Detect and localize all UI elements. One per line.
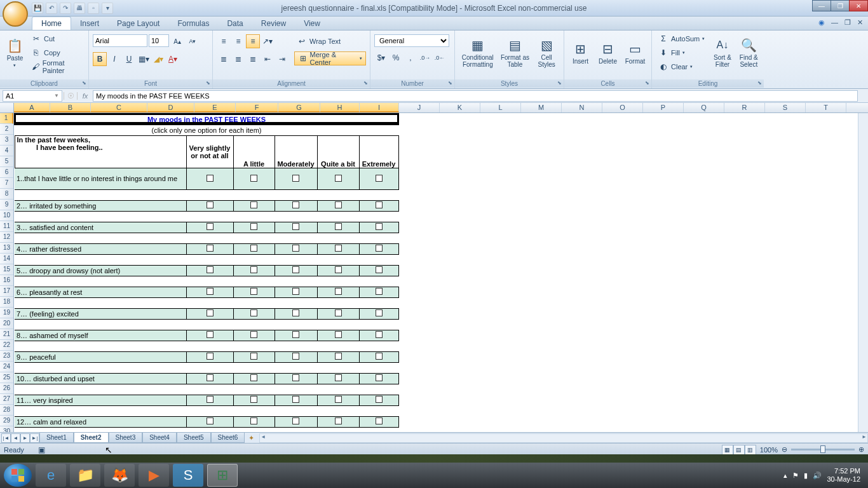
row-header[interactable]: 8 <box>0 189 13 200</box>
row-header[interactable]: 5 <box>0 156 13 167</box>
save-icon[interactable]: 💾 <box>32 3 43 14</box>
decrease-indent-button[interactable]: ⇤ <box>261 52 275 66</box>
row-header[interactable]: 14 <box>0 254 13 264</box>
fx-icon[interactable]: fx <box>78 92 93 100</box>
row-header[interactable]: 15 <box>0 264 13 275</box>
checkbox[interactable] <box>335 396 342 403</box>
number-format-combo[interactable]: General <box>374 34 449 47</box>
delete-cells-button[interactable]: ⊟Delete <box>595 32 620 74</box>
qat-dropdown-icon[interactable]: ▾ <box>102 3 113 14</box>
checkbox[interactable] <box>250 374 257 381</box>
checkbox[interactable] <box>250 223 257 230</box>
column-header[interactable]: J <box>399 103 440 112</box>
taskbar-ie-icon[interactable]: e <box>36 464 66 487</box>
tab-home[interactable]: Home <box>32 17 71 30</box>
checkbox[interactable] <box>207 396 214 403</box>
align-left-button[interactable]: ≣ <box>217 52 231 66</box>
row-header[interactable]: 17 <box>0 286 13 297</box>
find-select-button[interactable]: 🔍Find & Select <box>738 32 760 74</box>
column-header[interactable]: T <box>806 103 846 112</box>
checkbox[interactable] <box>335 288 342 295</box>
row-header[interactable]: 16 <box>0 275 13 286</box>
checkbox[interactable] <box>207 417 214 424</box>
column-header[interactable]: M <box>521 103 562 112</box>
checkbox[interactable] <box>250 245 257 252</box>
checkbox[interactable] <box>335 374 342 381</box>
row-header[interactable]: 22 <box>0 340 13 351</box>
row-header[interactable]: 6 <box>0 167 13 178</box>
checkbox[interactable] <box>250 309 257 316</box>
row-header[interactable]: 25 <box>0 372 13 383</box>
checkbox[interactable] <box>250 417 257 424</box>
checkbox[interactable] <box>335 175 342 182</box>
sort-filter-button[interactable]: A↓Sort & Filter <box>711 32 733 74</box>
checkbox[interactable] <box>292 396 299 403</box>
checkbox[interactable] <box>376 309 383 316</box>
macro-record-icon[interactable]: ▣ <box>37 445 47 455</box>
checkbox[interactable] <box>292 175 299 182</box>
insert-cells-button[interactable]: ⊞Insert <box>568 32 593 74</box>
row-header[interactable]: 2 <box>0 124 13 135</box>
column-header[interactable]: E <box>194 103 236 112</box>
checkbox[interactable] <box>250 396 257 403</box>
checkbox[interactable] <box>376 175 383 182</box>
checkbox[interactable] <box>335 331 342 338</box>
zoom-out-button[interactable]: ⊖ <box>782 445 787 454</box>
checkbox[interactable] <box>207 309 214 316</box>
cell-styles-button[interactable]: ▧Cell Styles <box>533 32 560 74</box>
underline-button[interactable]: U <box>122 52 136 66</box>
first-sheet-button[interactable]: |◄ <box>1 433 11 443</box>
row-header[interactable]: 28 <box>0 405 13 416</box>
sheet-tab[interactable]: Sheet5 <box>177 433 211 443</box>
column-header[interactable]: D <box>147 103 194 112</box>
zoom-in-button[interactable]: ⊕ <box>858 445 864 454</box>
row-header[interactable]: 21 <box>0 329 13 340</box>
font-color-button[interactable]: A▾ <box>166 52 180 66</box>
next-sheet-button[interactable]: ► <box>20 433 30 443</box>
checkbox[interactable] <box>292 245 299 252</box>
align-center-button[interactable]: ≣ <box>231 52 245 66</box>
vertical-scrollbar[interactable] <box>858 113 868 432</box>
taskbar-media-icon[interactable]: ▶ <box>139 464 169 487</box>
wrap-text-button[interactable]: ↩Wrap Text <box>294 34 366 48</box>
checkbox[interactable] <box>292 223 299 230</box>
row-header[interactable]: 3 <box>0 135 13 146</box>
undo-icon[interactable]: ↶ <box>46 3 57 14</box>
row-header[interactable]: 1 <box>0 113 13 124</box>
row-header[interactable]: 11 <box>0 221 13 232</box>
checkbox[interactable] <box>376 201 383 208</box>
checkbox[interactable] <box>335 245 342 252</box>
checkbox[interactable] <box>376 288 383 295</box>
percent-button[interactable]: % <box>389 51 403 65</box>
row-header[interactable]: 19 <box>0 308 13 318</box>
prev-sheet-button[interactable]: ◄ <box>11 433 20 443</box>
row-header[interactable]: 13 <box>0 243 13 254</box>
taskbar-firefox-icon[interactable]: 🦊 <box>104 464 135 487</box>
restore-window-icon[interactable]: ❐ <box>844 18 851 27</box>
checkbox[interactable] <box>250 175 257 182</box>
format-painter-button[interactable]: 🖌Format Painter <box>29 60 85 73</box>
row-header[interactable]: 4 <box>0 146 13 156</box>
insert-sheet-icon[interactable]: ✦ <box>248 434 254 442</box>
column-header[interactable]: H <box>320 103 360 112</box>
checkbox[interactable] <box>250 201 257 208</box>
redo-icon[interactable]: ↷ <box>60 3 71 14</box>
column-header[interactable]: A <box>14 103 50 112</box>
checkbox[interactable] <box>207 353 214 360</box>
tab-insert[interactable]: Insert <box>71 17 108 30</box>
sheet-tab[interactable]: Sheet4 <box>142 433 177 443</box>
checkbox[interactable] <box>376 266 383 273</box>
checkbox[interactable] <box>207 288 214 295</box>
column-header[interactable]: C <box>91 103 147 112</box>
column-header[interactable]: B <box>50 103 91 112</box>
minimize-button[interactable]: — <box>812 0 831 11</box>
column-header[interactable]: Q <box>684 103 724 112</box>
checkbox[interactable] <box>207 374 214 381</box>
row-header[interactable]: 27 <box>0 394 13 405</box>
formula-input[interactable]: My moods in the PAST FEE WEEKS <box>93 90 858 102</box>
align-middle-button[interactable]: ≡ <box>231 34 245 48</box>
column-header[interactable]: P <box>643 103 684 112</box>
row-header[interactable]: 30 <box>0 426 13 432</box>
taskbar-excel-icon[interactable]: ⊞ <box>207 464 238 487</box>
row-header[interactable]: 12 <box>0 232 13 243</box>
